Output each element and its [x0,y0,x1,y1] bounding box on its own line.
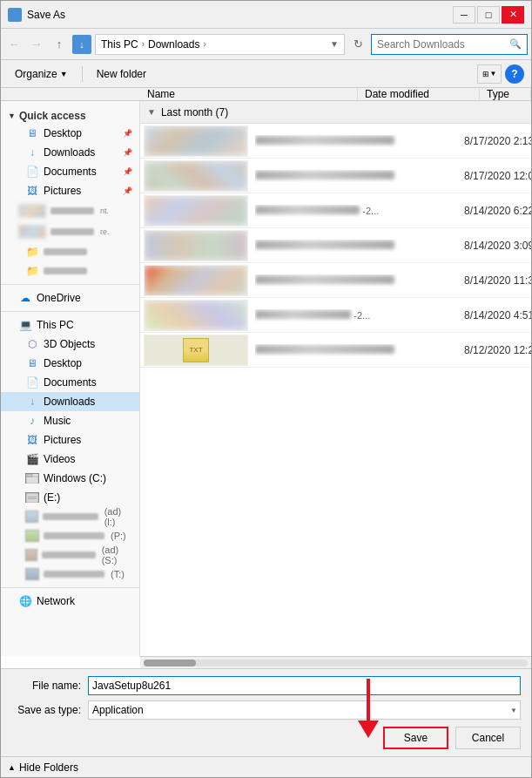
hide-folders-button[interactable]: ▲ Hide Folders [1,756,531,777]
sidebar-item-drive-e[interactable]: (E:) [1,488,139,507]
toolbar: Organize ▼ New folder ⊞ ▼ ? [1,60,531,88]
up-button[interactable]: ↑ [50,35,69,54]
search-box[interactable]: 🔍 [371,34,528,55]
sidebar-suffix-1: nt. [100,206,109,215]
quick-access-label: Quick access [19,110,86,122]
file-date-7: 8/12/2020 12:22 PM [464,344,531,356]
column-type-header[interactable]: Type [480,88,531,100]
svg-rect-3 [28,497,37,497]
sidebar-item-thispc[interactable]: 💻 This PC [1,315,139,335]
forward-button[interactable]: → [27,35,46,54]
pin-icon-dl: 📌 [123,148,132,157]
drive-thumb-3 [25,549,37,561]
dialog-title: Save As [27,9,453,21]
path-this-pc[interactable]: This PC [101,38,138,51]
file-date-3: 8/14/2020 6:22 PM [464,205,531,217]
new-folder-button[interactable]: New folder [90,64,153,84]
sidebar-item-pictures[interactable]: 🖼 Pictures 📌 [1,181,139,200]
sidebar-blurred-item-2[interactable]: 📁 [1,261,139,281]
column-date-header[interactable]: Date modified [358,88,480,100]
sidebar-item-desktop2[interactable]: 🖥 Desktop [1,354,139,373]
column-headers: Name Date modified Type [1,88,531,101]
pictures2-icon: 🖼 [25,433,39,447]
save-button[interactable]: Save [383,727,448,749]
savetype-select[interactable]: Application [88,700,521,720]
blurred-filename-3 [255,206,360,214]
sidebar-item-downloads-active[interactable]: ↓ Downloads [1,392,139,411]
table-row[interactable]: 8/14/2020 3:09 PM Appli [140,228,531,263]
sidebar-blurred-item-1[interactable]: 📁 [1,242,139,261]
sidebar-item-music[interactable]: ♪ Music [1,411,139,430]
table-row[interactable]: 8/14/2020 11:31 AM Appli [140,263,531,298]
pin-icon: 📌 [123,129,132,138]
path-downloads[interactable]: Downloads [148,38,199,51]
file-list[interactable]: ▼ Last month (7) 8/17/2020 2:13 PM Appli [140,101,531,656]
filename-row: File name: [11,676,521,695]
documents2-icon: 📄 [25,375,39,389]
refresh-button[interactable]: ↻ [348,35,367,54]
group-chevron-icon[interactable]: ▼ [147,107,156,117]
file-date-6: 8/14/2020 4:51 PM [464,309,531,321]
table-row[interactable]: 8/17/2020 2:13 PM Appli [140,124,531,159]
file-thumbnail-1 [144,125,248,157]
file-thumbnail-3 [144,195,248,227]
file-date-4: 8/14/2020 3:09 PM [464,240,531,252]
drive-c-icon [25,473,39,484]
group-header-last-month[interactable]: ▼ Last month (7) [140,101,531,124]
sidebar-blurred-label-1 [51,207,94,214]
table-row[interactable]: -2... 8/14/2020 4:51 PM Appli [140,298,531,333]
search-input[interactable] [377,38,509,51]
column-name-header[interactable]: Name [140,88,358,100]
filename-input[interactable] [88,676,521,695]
maximize-button[interactable]: □ [477,6,500,24]
svg-rect-4 [28,498,37,499]
file-date-5: 8/14/2020 11:31 AM [464,274,531,287]
organize-chevron-icon: ▼ [60,70,68,78]
sidebar-item-documents[interactable]: 📄 Documents 📌 [1,162,139,181]
sidebar-header-spacer [1,88,140,100]
address-path[interactable]: This PC › Downloads › ▼ [95,34,345,55]
sidebar-item-windows-c[interactable]: Windows (C:) [1,469,139,488]
drive-blurred-3 [42,551,95,558]
sidebar-thumb-drive-3[interactable]: (ad) (S:) [1,545,139,565]
drive-suffix-1: (ad) (l:) [104,506,132,527]
sidebar-thumb-item-1[interactable]: nt. [1,200,139,221]
sidebar-item-pictures2[interactable]: 🖼 Pictures [1,430,139,450]
sidebar-item-downloads-qa[interactable]: ↓ Downloads 📌 [1,143,139,162]
title-bar: Save As ─ □ ✕ [1,1,531,29]
sidebar-thumb-drive-4[interactable]: (T:) [1,565,139,584]
save-as-dialog: Save As ─ □ ✕ ← → ↑ ↓ This PC › Download… [0,0,532,778]
cancel-button[interactable]: Cancel [455,727,521,749]
sidebar-thumb-item-2[interactable]: re. [1,221,139,242]
thumb-2 [18,225,46,239]
organize-button[interactable]: Organize ▼ [8,64,75,84]
sidebar-item-3dobjects[interactable]: ⬡ 3D Objects [1,335,139,354]
horizontal-scrollbar[interactable] [140,656,531,668]
table-row[interactable]: 8/17/2020 12:02 PM Appli [140,159,531,193]
table-row[interactable]: TXT 8/12/2020 12:22 PM File f [140,333,531,368]
filename-label: File name: [11,680,81,692]
sidebar-item-network[interactable]: 🌐 Network [1,592,139,611]
documents-icon: 📄 [25,165,39,179]
sidebar-thumb-drive-1[interactable]: (ad) (l:) [1,507,139,526]
path-icon: ↓ [72,35,91,54]
close-button[interactable]: ✕ [502,6,524,24]
sidebar-item-onedrive[interactable]: ☁ OneDrive [1,288,139,308]
scrollbar-thumb[interactable] [144,660,196,666]
sidebar-item-documents2[interactable]: 📄 Documents [1,373,139,392]
scrollbar-track[interactable] [144,660,528,666]
file-name-5 [255,274,464,287]
help-button[interactable]: ? [505,64,524,84]
button-area: Save Cancel [11,727,521,749]
sidebar-thumb-drive-2[interactable]: (P:) [1,526,139,545]
address-bar: ← → ↑ ↓ This PC › Downloads › ▼ ↻ 🔍 [1,29,531,60]
file-name-2 [255,170,464,182]
sidebar-item-desktop[interactable]: 🖥 Desktop 📌 [1,124,139,143]
back-button[interactable]: ← [4,35,24,54]
sidebar-item-videos[interactable]: 🎬 Videos [1,450,139,469]
view-button[interactable]: ⊞ ▼ [477,64,502,84]
table-row[interactable]: -2... 8/14/2020 6:22 PM Appli [140,193,531,228]
search-icon: 🔍 [509,38,522,50]
blurred-label [44,248,87,255]
minimize-button[interactable]: ─ [453,6,475,24]
